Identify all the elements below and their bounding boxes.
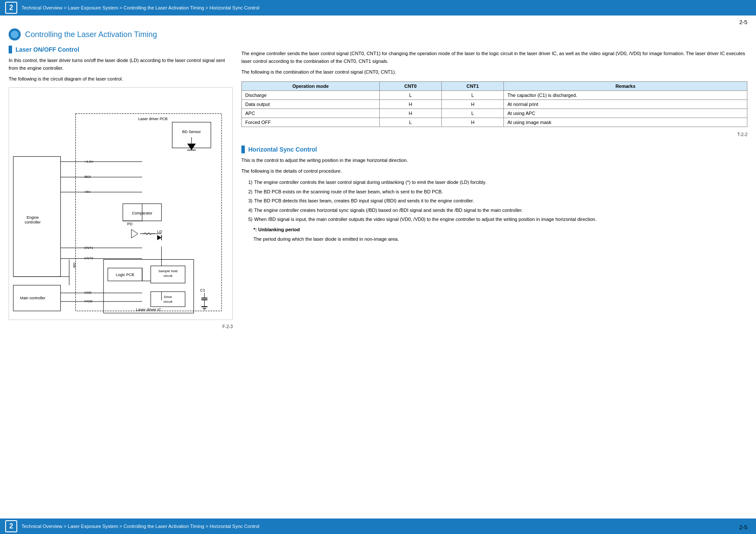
left-para1: In this control, the laser driver turns … bbox=[9, 57, 233, 72]
svg-text:Laser driver PCB: Laser driver PCB bbox=[138, 117, 168, 121]
svg-text:Logic PCB: Logic PCB bbox=[116, 273, 134, 277]
table-cell-mode: Data output bbox=[242, 99, 380, 109]
header-bar: 2 Technical Overview > Laser Exposure Sy… bbox=[0, 0, 756, 16]
section2-intro: This is the control to adjust the writin… bbox=[241, 157, 747, 165]
breadcrumb: Technical Overview > Laser Exposure Syst… bbox=[22, 5, 259, 10]
circuit-svg: Engine controller Main controller Laser … bbox=[9, 88, 232, 320]
table-cell-cnt1: H bbox=[441, 118, 503, 127]
page-title-text: Controlling the Laser Activation Timing bbox=[25, 30, 157, 39]
svg-marker-25 bbox=[157, 235, 162, 240]
footer-chapter-badge: 2 bbox=[5, 520, 17, 532]
svg-text:/VOD: /VOD bbox=[84, 299, 93, 303]
svg-text:CNT1: CNT1 bbox=[84, 245, 93, 249]
section-heading-bar bbox=[9, 46, 12, 53]
table-cell-remarks: At using image mask bbox=[504, 118, 747, 127]
svg-text:Main controller: Main controller bbox=[20, 296, 45, 300]
title-icon-inner bbox=[11, 31, 19, 38]
page-title-area: Controlling the Laser Activation Timing bbox=[9, 28, 233, 40]
laser-control-table: Operation mode CNT0 CNT1 Remarks Dischar… bbox=[241, 81, 747, 127]
table-cell-cnt0: H bbox=[379, 109, 441, 118]
table-row: Forced OFF L H At using image mask bbox=[242, 118, 747, 127]
svg-marker-10 bbox=[187, 143, 196, 150]
table-header-operation: Operation mode bbox=[242, 81, 380, 90]
table-cell-mode: APC bbox=[242, 109, 380, 118]
section-heading-label: Laser ON/OFF Control bbox=[16, 46, 79, 53]
table-header-cnt0: CNT0 bbox=[379, 81, 441, 90]
main-content: Controlling the Laser Activation Timing … bbox=[0, 16, 756, 351]
page-number-bottom: 2-5 bbox=[739, 524, 747, 531]
section-heading-laser-on-off: Laser ON/OFF Control bbox=[9, 46, 233, 53]
table-row: Data output H H At normal print bbox=[242, 99, 747, 109]
table-header-cnt1: CNT1 bbox=[441, 81, 503, 90]
svg-text:LD: LD bbox=[157, 230, 162, 234]
table-header-remarks: Remarks bbox=[504, 81, 747, 90]
table-row: Discharge L L The capacitor (C1) is disc… bbox=[242, 90, 747, 99]
page-number-top: 2-5 bbox=[739, 19, 747, 25]
section-heading-horizontal-sync: Horizontal Sync Control bbox=[241, 146, 747, 153]
table-cell-cnt1: L bbox=[441, 109, 503, 118]
svg-text:controller: controller bbox=[25, 220, 41, 224]
note-title: *: Unblanking period bbox=[241, 226, 747, 234]
table-cell-remarks: The capacitor (C1) is discharged. bbox=[504, 90, 747, 99]
svg-text:CNT0: CNT0 bbox=[84, 256, 93, 260]
note-body: The period during which the laser diode … bbox=[241, 236, 747, 243]
section2-heading-label: Horizontal Sync Control bbox=[248, 146, 317, 153]
svg-text:BD Sensor: BD Sensor bbox=[182, 129, 201, 134]
svg-text:/BDI: /BDI bbox=[84, 175, 91, 179]
section-heading-bar2 bbox=[241, 146, 245, 153]
chapter-badge: 2 bbox=[5, 2, 17, 14]
right-intro-para: The engine controller sends the laser co… bbox=[241, 50, 747, 65]
svg-rect-41 bbox=[151, 292, 185, 307]
table-cell-cnt1: L bbox=[441, 90, 503, 99]
section2-sub: The following is the details of control … bbox=[241, 168, 747, 175]
svg-text:C1: C1 bbox=[200, 288, 205, 292]
table-cell-cnt0: H bbox=[379, 99, 441, 109]
svg-text:VOD: VOD bbox=[84, 291, 91, 295]
svg-text:Laser driver IC: Laser driver IC bbox=[136, 307, 161, 312]
steps-list: 1)The engine controller controls the las… bbox=[241, 179, 747, 224]
table-caption: T-2-2 bbox=[241, 132, 747, 137]
svg-text:/BD: /BD bbox=[72, 262, 76, 268]
table-cell-mode: Forced OFF bbox=[242, 118, 380, 127]
svg-text:circuit: circuit bbox=[163, 274, 173, 278]
right-column: The engine controller sends the laser co… bbox=[241, 24, 747, 329]
footer-breadcrumb: Technical Overview > Laser Exposure Syst… bbox=[22, 524, 259, 529]
table-row: APC H L At using APC bbox=[242, 109, 747, 118]
step-2: 2)The BD PCB exists on the scanning rout… bbox=[241, 188, 747, 196]
step-1: 1)The engine controller controls the las… bbox=[241, 179, 747, 186]
step-4: 4)The engine controller creates horizont… bbox=[241, 207, 747, 214]
svg-text:Engine: Engine bbox=[27, 215, 39, 220]
svg-text:+5V: +5V bbox=[84, 190, 91, 194]
left-para2: The following is the circuit diagram of … bbox=[9, 75, 233, 83]
figure-caption: F-2-3 bbox=[9, 324, 233, 329]
step-3: 3)The BD PCB detects this laser beam, cr… bbox=[241, 197, 747, 205]
svg-text:Drive: Drive bbox=[164, 295, 172, 299]
table-cell-cnt1: H bbox=[441, 99, 503, 109]
footer-bar: 2 Technical Overview > Laser Exposure Sy… bbox=[0, 518, 756, 534]
table-cell-remarks: At normal print bbox=[504, 99, 747, 109]
svg-text:Sample hold: Sample hold bbox=[158, 269, 177, 273]
circuit-diagram: Engine controller Main controller Laser … bbox=[9, 87, 233, 320]
table-cell-cnt0: L bbox=[379, 90, 441, 99]
left-column: Controlling the Laser Activation Timing … bbox=[9, 24, 233, 329]
title-icon bbox=[9, 28, 21, 40]
table-cell-remarks: At using APC bbox=[504, 109, 747, 118]
svg-text:circuit: circuit bbox=[163, 300, 173, 304]
right-table-intro: The following is the combination of the … bbox=[241, 68, 747, 76]
svg-marker-21 bbox=[131, 230, 138, 238]
table-cell-cnt0: L bbox=[379, 118, 441, 127]
svg-text:PD: PD bbox=[127, 222, 133, 226]
step-5: 5)When /BD signal is input, the main con… bbox=[241, 216, 747, 224]
table-cell-mode: Discharge bbox=[242, 90, 380, 99]
